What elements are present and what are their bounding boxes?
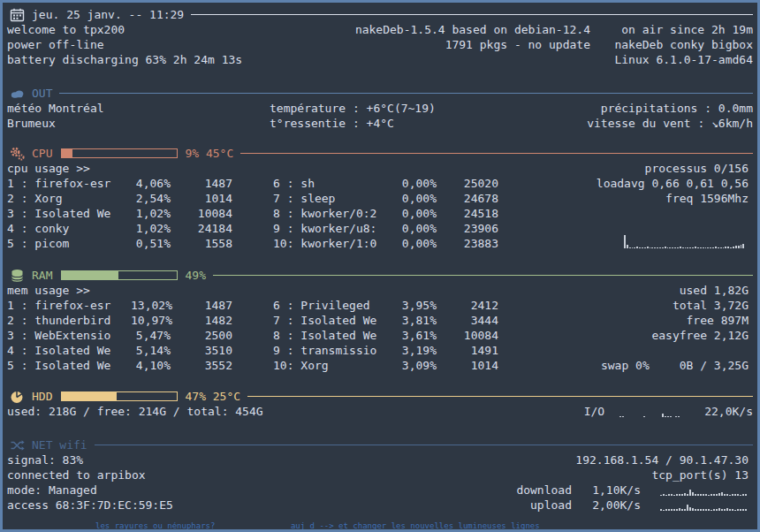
weather-row: météo Montréal température : +6°C(7~19) … (7, 101, 753, 116)
header-row: welcome to tpx200 nakeDeb-1.5.4 based on… (7, 22, 753, 37)
weather-row: Brumeux t°ressentie : +4°C vitesse du ve… (7, 116, 753, 131)
upload-graph (660, 500, 749, 511)
hdd-usage-summary: used: 218G / free: 214G / total: 454G (7, 404, 263, 419)
net-content: signal: 83% connected to arpibox mode: M… (7, 452, 753, 513)
cpu-usage-temp-text: 9% 45°C (185, 146, 233, 161)
ram-easyfree: easyfree 2,12G (651, 328, 749, 343)
download-label: download (516, 483, 572, 498)
ram-content: mem usage >> 1 : firefox-esr13,02%14876 … (7, 283, 753, 373)
download-graph (660, 485, 749, 496)
weather-precipitation: précipitations : 0.0mm (436, 101, 753, 116)
shuffle-icon (10, 438, 25, 452)
cpu-usage-bar (61, 148, 178, 158)
hostname-welcome: welcome to tpx200 (7, 22, 355, 37)
process-row: 3 : Isolated We1,02%100848 : kworker/0:2… (7, 206, 753, 221)
ram-total: total 3,72G (651, 298, 749, 313)
conky-widget: { "colors": { "background": "#2e3743", "… (0, 0, 760, 532)
net-title-row: NET wifi (7, 437, 753, 452)
upload-rate: 2,00K/s (591, 498, 641, 513)
header-row: battery discharging 63% 2h 24m 13s Linux… (7, 52, 753, 67)
battery-status: battery discharging 63% 2h 24m 13s (7, 52, 590, 67)
hdd-section: HDD 47% 25°C used: 218G / free: 214G / t… (3, 389, 757, 419)
weather-wind-speed: vitesse du vent : ↘6km/h (394, 116, 753, 131)
header-title-row: jeu. 25 janv. -- 11:29 (7, 7, 753, 22)
gears-icon (10, 147, 25, 161)
hdd-title-row: HDD 47% 25°C (7, 389, 753, 404)
weather-city: météo Montréal (7, 101, 270, 116)
cpu-rule (240, 153, 753, 154)
hdd-io-label: I/O (584, 404, 604, 419)
ram-rule (213, 275, 753, 276)
cpu-process-count: processus 0/156 (597, 161, 749, 176)
swap-label: swap 0% (601, 358, 650, 373)
weather-title-row: OUT (7, 86, 753, 101)
ram-info-block: used 1,82G total 3,72G free 897M easyfre… (651, 283, 749, 343)
upload-row: upload 2,00K/s (516, 498, 749, 513)
cpu-content: cpu usage >> 1 : firefox-esr4,06%14876 :… (7, 161, 753, 251)
uptime: on air since 2h 19m (590, 22, 753, 37)
cpu-info-block: processus 0/156 loadavg 0,66 0,61 0,56 f… (597, 161, 749, 206)
ram-title-row: RAM 49% (7, 268, 753, 283)
swap-status: swap 0% 0B / 3,25G (601, 358, 749, 373)
cpu-history-graph (624, 235, 744, 248)
pie-chart-icon (10, 390, 25, 404)
process-row: 4 : conky1,02%241849 : kworker/u8:0,00%2… (7, 221, 753, 236)
ram-usage-text: 49% (185, 268, 205, 283)
weather-section: OUT météo Montréal température : +6°C(7~… (3, 86, 757, 131)
weather-condition: Brumeux (7, 116, 270, 131)
net-rule (95, 445, 753, 445)
ram-used: used 1,82G (651, 283, 749, 298)
ram-usage-bar (61, 270, 178, 280)
conky-theme-name: nakeDeb conky bigbox (590, 37, 753, 52)
net-info-block: 192.168.1.54 / 90.1.47.30 tcp_port(s) 13… (516, 452, 749, 513)
distro-version: nakeDeb-1.5.4 based on debian-12.4 (355, 22, 590, 37)
hdd-section-label: HDD (32, 389, 52, 404)
cpu-title-row: CPU 9% 45°C (7, 146, 753, 161)
swap-value: 0B / 3,25G (680, 358, 749, 373)
cpu-frequency: freq 1596Mhz (597, 191, 749, 206)
process-row: 3 : WebExtensio5,47%25008 : Isolated We3… (7, 328, 753, 343)
weather-temperature: température : +6°C(7~19) (270, 101, 436, 116)
clock-date-text: jeu. 25 janv. -- 11:29 (32, 7, 184, 22)
background-window-strip: les rayures ou nénuphars? auj d --> et c… (3, 522, 757, 529)
cloud-icon (10, 87, 25, 101)
net-section-label: NET wifi (32, 437, 87, 452)
hdd-content: used: 218G / free: 214G / total: 454G I/… (7, 404, 753, 419)
weather-feels-like: t°ressentie : +4°C (270, 116, 394, 131)
weather-rule (59, 93, 753, 94)
cpu-section: CPU 9% 45°C cpu usage >> 1 : firefox-esr… (3, 146, 757, 251)
hdd-io-graph (617, 407, 692, 417)
hdd-rule (247, 396, 753, 397)
download-row: download 1,10K/s (516, 483, 749, 498)
kernel-version: Linux 6.1.0-17-amd64 (590, 52, 753, 67)
hdd-io-block: I/O 22,0K/s (584, 404, 753, 419)
ram-free: free 897M (651, 313, 749, 328)
cpu-loadavg: loadavg 0,66 0,61 0,56 (597, 176, 749, 191)
download-rate: 1,10K/s (591, 483, 641, 498)
clipped-background-text: les rayures ou nénuphars? (95, 522, 215, 529)
database-icon (10, 269, 25, 283)
calendar-icon (10, 8, 25, 22)
packages-status: 1791 pkgs - no update (445, 37, 590, 52)
cpu-section-label: CPU (32, 146, 52, 161)
tcp-ports: tcp_port(s) 13 (516, 467, 749, 483)
hdd-usage-bar (61, 391, 178, 401)
upload-label: upload (530, 498, 572, 513)
header-section: jeu. 25 janv. -- 11:29 welcome to tpx200… (3, 3, 757, 67)
process-row: 1 : firefox-esr13,02%14876 : Privileged3… (7, 298, 753, 313)
process-row: 2 : thunderbird10,97%14827 : Isolated We… (7, 313, 753, 328)
ram-table-title: mem usage >> (7, 283, 753, 298)
ram-section: RAM 49% mem usage >> 1 : firefox-esr13,0… (3, 268, 757, 373)
header-row: power off-line 1791 pkgs - no update nak… (7, 37, 753, 52)
hdd-io-rate: 22,0K/s (704, 404, 753, 419)
weather-section-label: OUT (32, 86, 52, 101)
hdd-usage-temp-text: 47% 25°C (185, 389, 240, 404)
ip-addresses: 192.168.1.54 / 90.1.47.30 (516, 452, 749, 467)
process-row: 4 : Isolated We5,14%35109 : transmissio3… (7, 343, 753, 358)
ram-section-label: RAM (32, 268, 52, 283)
net-section: NET wifi signal: 83% connected to arpibo… (3, 437, 757, 513)
clipped-background-text: auj d --> et changer les nouvelles lumin… (291, 522, 540, 529)
header-rule (191, 14, 753, 15)
power-status: power off-line (7, 37, 445, 52)
